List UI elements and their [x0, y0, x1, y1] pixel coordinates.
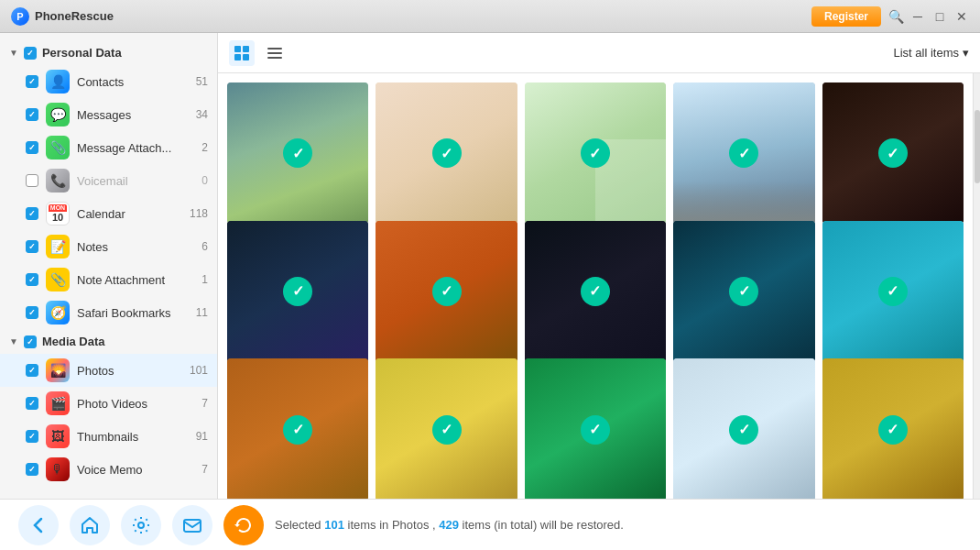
photo-videos-checkbox[interactable] — [26, 397, 38, 410]
photo-videos-label: Photo Videos — [77, 397, 182, 411]
title-bar: P PhoneRescue Register 🔍 ─ □ ✕ — [0, 0, 980, 33]
media-collapse-arrow: ▼ — [9, 336, 18, 346]
photo-item[interactable]: ✓ — [822, 358, 964, 499]
list-all-dropdown-icon: ▾ — [963, 46, 969, 60]
sidebar: ▼ Personal Data 👤 Contacts 51 💬 Messages… — [0, 33, 218, 499]
home-button[interactable] — [70, 505, 110, 545]
svg-rect-2 — [234, 54, 241, 60]
thumbnails-checkbox[interactable] — [26, 430, 38, 443]
sidebar-item-calendar[interactable]: MON 10 Calendar 118 — [0, 197, 217, 230]
maximize-button[interactable]: □ — [932, 9, 947, 24]
message-attach-checkbox[interactable] — [26, 141, 38, 154]
photo-grid: ✓✓ ✓ ✓✓✓✓✓✓✓✓✓✓✓✓ — [218, 73, 973, 499]
close-button[interactable]: ✕ — [954, 9, 969, 24]
svg-point-7 — [138, 522, 144, 528]
grid-view-button[interactable] — [229, 40, 255, 66]
list-all-label: List all items — [893, 46, 959, 60]
svg-rect-5 — [267, 52, 282, 54]
personal-data-checkbox[interactable] — [24, 47, 37, 60]
thumbnails-count: 91 — [190, 430, 208, 443]
sidebar-item-message-attach[interactable]: 📎 Message Attach... 2 — [0, 131, 217, 164]
list-all-button[interactable]: List all items ▾ — [893, 46, 969, 60]
app-icon: P — [11, 7, 29, 26]
safari-checkbox[interactable] — [26, 306, 38, 319]
mail-button[interactable] — [172, 505, 212, 545]
sidebar-item-safari[interactable]: 🧭 Safari Bookmarks 11 — [0, 296, 217, 329]
message-attach-label: Message Attach... — [77, 141, 182, 155]
sidebar-item-contacts[interactable]: 👤 Contacts 51 — [0, 65, 217, 98]
photo-check-mark: ✓ — [432, 277, 462, 306]
messages-checkbox[interactable] — [26, 108, 38, 121]
photo-item[interactable]: ✓ — [376, 221, 517, 362]
note-attachment-label: Note Attachment — [77, 273, 182, 287]
personal-data-section[interactable]: ▼ Personal Data — [0, 40, 217, 65]
svg-rect-1 — [243, 46, 249, 52]
content-toolbar: List all items ▾ — [218, 33, 980, 73]
photo-item[interactable]: ✓ — [673, 221, 814, 362]
photos-label: Photos — [77, 364, 182, 378]
note-attachment-icon: 📎 — [46, 268, 70, 292]
photos-checkbox[interactable] — [26, 364, 38, 377]
photo-item[interactable]: ✓ — [525, 82, 666, 224]
calendar-label: Calendar — [77, 207, 182, 221]
messages-count: 34 — [190, 108, 208, 121]
sidebar-item-messages[interactable]: 💬 Messages 34 — [0, 98, 217, 131]
calendar-icon: MON 10 — [46, 202, 70, 226]
scrollbar-thumb[interactable] — [975, 110, 980, 183]
photo-item[interactable]: ✓ — [673, 82, 814, 224]
personal-data-label: Personal Data — [42, 46, 122, 60]
bottom-bar: Selected 101 items in Photos , 429 items… — [0, 499, 980, 550]
notes-checkbox[interactable] — [26, 240, 38, 253]
sidebar-item-thumbnails[interactable]: 🖼 Thumbnails 91 — [0, 420, 217, 453]
media-data-checkbox[interactable] — [24, 336, 37, 348]
photo-item[interactable]: ✓ — [822, 82, 964, 224]
photo-check-mark: ✓ — [729, 138, 758, 168]
sidebar-item-photos[interactable]: 🌄 Photos 101 — [0, 354, 217, 387]
back-button[interactable] — [18, 505, 59, 545]
messages-label: Messages — [77, 108, 182, 122]
note-attachment-checkbox[interactable] — [26, 273, 38, 286]
photo-check-mark: ✓ — [729, 415, 758, 445]
search-button[interactable]: 🔍 — [888, 9, 903, 24]
app-logo: P PhoneRescue — [11, 7, 114, 26]
photo-item[interactable]: ✓ — [673, 358, 814, 499]
photo-item[interactable]: ✓ — [227, 221, 368, 362]
app-name: PhoneRescue — [35, 9, 114, 23]
contacts-count: 51 — [190, 75, 208, 88]
svg-rect-3 — [243, 54, 249, 60]
photo-videos-count: 7 — [190, 397, 208, 410]
voice-memo-label: Voice Memo — [77, 463, 182, 477]
voicemail-checkbox[interactable] — [26, 174, 38, 187]
messages-icon: 💬 — [46, 103, 70, 126]
photo-item[interactable]: ✓ — [376, 358, 517, 499]
message-attach-icon: 📎 — [46, 136, 70, 160]
svg-rect-4 — [267, 48, 282, 50]
photo-item[interactable]: ✓ — [525, 221, 666, 362]
list-view-button[interactable] — [262, 40, 288, 66]
sidebar-item-voice-memo[interactable]: 🎙 Voice Memo 7 — [0, 453, 217, 486]
scrollbar[interactable] — [973, 73, 980, 499]
photo-item[interactable]: ✓ — [376, 82, 517, 224]
svg-rect-0 — [234, 46, 241, 52]
sidebar-item-note-attachment[interactable]: 📎 Note Attachment 1 — [0, 263, 217, 296]
calendar-checkbox[interactable] — [26, 207, 38, 220]
settings-button[interactable] — [121, 505, 161, 545]
total-count: 429 — [439, 518, 459, 532]
restore-button[interactable] — [223, 505, 264, 545]
minimize-button[interactable]: ─ — [910, 9, 925, 24]
svg-rect-8 — [184, 520, 201, 532]
register-button[interactable]: Register — [811, 6, 881, 27]
title-bar-controls: Register 🔍 ─ □ ✕ — [811, 6, 969, 27]
photo-item[interactable]: ✓ — [525, 358, 666, 499]
media-data-label: Media Data — [42, 335, 105, 348]
voice-memo-checkbox[interactable] — [26, 463, 38, 476]
sidebar-item-voicemail[interactable]: 📞 Voicemail 0 — [0, 164, 217, 197]
photo-item[interactable]: ✓ — [227, 82, 368, 224]
photo-item[interactable]: ✓ — [822, 221, 964, 362]
photo-videos-icon: 🎬 — [46, 391, 70, 415]
media-data-section[interactable]: ▼ Media Data — [0, 329, 217, 354]
contacts-checkbox[interactable] — [26, 75, 38, 88]
photo-item[interactable]: ✓ — [227, 358, 368, 499]
sidebar-item-photo-videos[interactable]: 🎬 Photo Videos 7 — [0, 387, 217, 420]
sidebar-item-notes[interactable]: 📝 Notes 6 — [0, 230, 217, 263]
